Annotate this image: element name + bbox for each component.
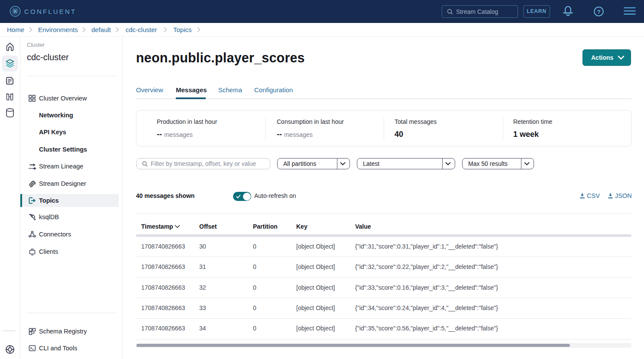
svg-text:?: ? (597, 9, 600, 15)
